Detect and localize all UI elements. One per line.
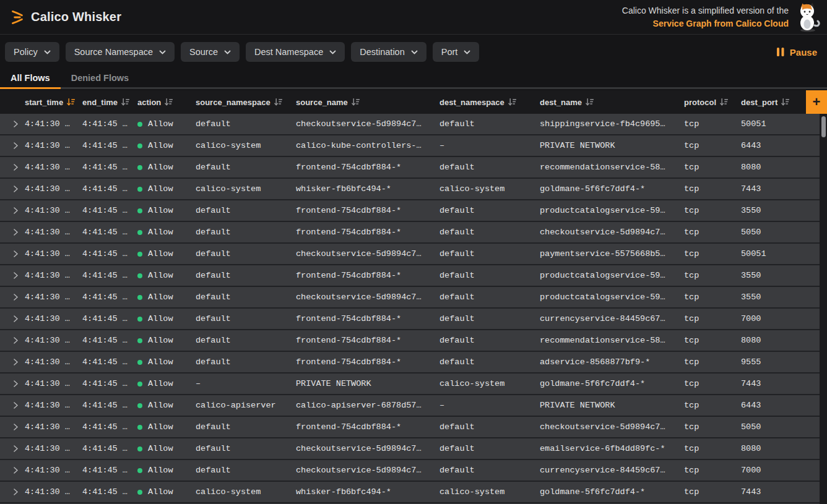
column-header-source-name[interactable]: source_name: [296, 98, 439, 107]
chevron-right-icon: [14, 424, 18, 430]
row-expander[interactable]: [10, 121, 25, 127]
table-row[interactable]: 4:41:30 …4:41:45 …Allowdefaultcheckoutse…: [0, 460, 827, 481]
table-row[interactable]: 4:41:30 …4:41:45 …Allowdefaultfrontend-7…: [0, 352, 827, 372]
filter-source-namespace[interactable]: Source Namespace: [66, 42, 175, 62]
cell-source-namespace: default: [196, 271, 296, 280]
table-row[interactable]: 4:41:30 …4:41:45 …Allowdefaultcheckoutse…: [0, 114, 827, 134]
chevron-right-icon: [14, 186, 18, 192]
column-label: protocol: [684, 98, 716, 107]
table-row[interactable]: 4:41:30 …4:41:45 …Allowdefaultfrontend-7…: [0, 222, 827, 242]
cell-action: Allow: [137, 422, 196, 432]
cell-end-time: 4:41:45 …: [82, 293, 137, 302]
row-expander[interactable]: [10, 489, 25, 495]
cell-source-name: checkoutservice-5d9894c7…: [296, 293, 439, 302]
cell-protocol: tcp: [684, 184, 741, 194]
chevron-right-icon: [14, 207, 18, 214]
cell-action: Allow: [137, 119, 196, 129]
tabs: All FlowsDenied Flows: [0, 68, 827, 89]
tab-all-flows[interactable]: All Flows: [0, 68, 61, 89]
cell-source-name: checkoutservice-5d9894c7…: [296, 249, 439, 258]
row-expander[interactable]: [10, 164, 25, 171]
row-expander[interactable]: [10, 445, 25, 452]
table-row[interactable]: 4:41:30 …4:41:45 …Allowdefaultfrontend-7…: [0, 417, 827, 437]
table-row[interactable]: 4:41:30 …4:41:45 …Allowdefaultfrontend-7…: [0, 200, 827, 221]
table-row[interactable]: 4:41:30 …4:41:45 …Allowdefaultfrontend-7…: [0, 265, 827, 286]
action-label: Allow: [148, 271, 173, 280]
cell-dest-namespace: default: [439, 228, 540, 237]
table-row[interactable]: 4:41:30 …4:41:45 …Allowdefaultcheckoutse…: [0, 438, 827, 459]
cell-source-name: frontend-754cdbf884-*: [296, 422, 439, 432]
row-expander[interactable]: [10, 186, 25, 192]
action-label: Allow: [148, 422, 173, 432]
row-expander[interactable]: [10, 467, 25, 474]
add-column-button[interactable]: +: [806, 90, 827, 114]
row-expander[interactable]: [10, 272, 25, 279]
cell-protocol: tcp: [684, 119, 741, 129]
row-expander[interactable]: [10, 315, 25, 322]
table-scrollbar[interactable]: [821, 116, 826, 137]
allow-status-dot: [137, 360, 142, 365]
column-header-start-time[interactable]: start_time: [25, 98, 82, 107]
table-row[interactable]: 4:41:30 …4:41:45 …Allow–PRIVATE NETWORKc…: [0, 374, 827, 394]
cell-end-time: 4:41:45 …: [82, 336, 137, 345]
pause-button[interactable]: Pause: [777, 47, 817, 58]
row-expander[interactable]: [10, 142, 25, 149]
row-expander[interactable]: [10, 250, 25, 257]
action-label: Allow: [148, 249, 173, 258]
cell-dest-name: checkoutservice-5d9894c7…: [540, 422, 684, 432]
table-row[interactable]: 4:41:30 …4:41:45 …Allowdefaultfrontend-7…: [0, 157, 827, 177]
cell-action: Allow: [137, 336, 196, 345]
tab-denied-flows[interactable]: Denied Flows: [61, 68, 139, 89]
column-header-end-time[interactable]: end_time: [82, 98, 137, 107]
table-row[interactable]: 4:41:30 …4:41:45 …Allowdefaultfrontend-7…: [0, 309, 827, 329]
column-header-dest-namespace[interactable]: dest_namespace: [439, 98, 540, 107]
table-row[interactable]: 4:41:30 …4:41:45 …Allowcalico-systemcali…: [0, 135, 827, 156]
row-expander[interactable]: [10, 207, 25, 214]
table-row[interactable]: 4:41:30 …4:41:45 …Allowdefaultfrontend-7…: [0, 330, 827, 351]
cell-start-time: 4:41:30 …: [25, 119, 82, 129]
cell-dest-namespace: calico-system: [439, 379, 540, 388]
column-header-source-namespace[interactable]: source_namespace: [196, 98, 296, 107]
filter-policy[interactable]: Policy: [5, 42, 59, 62]
cell-protocol: tcp: [684, 401, 741, 410]
cell-source-namespace: calico-system: [196, 184, 296, 194]
table-row[interactable]: 4:41:30 …4:41:45 …Allowcalico-systemwhis…: [0, 482, 827, 502]
cell-action: Allow: [137, 228, 196, 237]
cell-action: Allow: [137, 141, 196, 150]
pause-label: Pause: [790, 47, 817, 58]
cell-end-time: 4:41:45 …: [82, 487, 137, 497]
column-header-dest-name[interactable]: dest_name: [540, 98, 684, 107]
cell-protocol: tcp: [684, 314, 741, 323]
cell-end-time: 4:41:45 …: [82, 314, 137, 323]
row-expander[interactable]: [10, 402, 25, 409]
service-graph-link[interactable]: Service Graph from Calico Cloud: [622, 17, 789, 30]
column-header-protocol[interactable]: protocol: [684, 98, 741, 107]
table-row[interactable]: 4:41:30 …4:41:45 …Allowdefaultcheckoutse…: [0, 287, 827, 307]
row-expander[interactable]: [10, 424, 25, 430]
column-header-action[interactable]: action: [137, 98, 196, 107]
row-expander[interactable]: [10, 337, 25, 344]
cell-dest-namespace: default: [439, 271, 540, 280]
allow-status-dot: [137, 382, 142, 387]
row-expander[interactable]: [10, 294, 25, 301]
action-label: Allow: [148, 119, 173, 129]
column-header-dest-port[interactable]: dest_port: [741, 98, 806, 107]
action-label: Allow: [148, 487, 173, 497]
cell-start-time: 4:41:30 …: [25, 336, 82, 345]
row-expander[interactable]: [10, 380, 25, 387]
table-row[interactable]: 4:41:30 …4:41:45 …Allowdefaultcheckoutse…: [0, 244, 827, 264]
cell-source-namespace: calico-apiserver: [196, 401, 296, 410]
cell-start-time: 4:41:30 …: [25, 357, 82, 367]
cell-dest-port: 50051: [741, 119, 806, 129]
filter-dest-namespace[interactable]: Dest Namespace: [246, 42, 345, 62]
cell-action: Allow: [137, 314, 196, 323]
filter-source[interactable]: Source: [181, 42, 240, 62]
filter-destination[interactable]: Destination: [351, 42, 426, 62]
table-row[interactable]: 4:41:30 …4:41:45 …Allowcalico-systemwhis…: [0, 179, 827, 199]
cell-dest-namespace: default: [439, 163, 540, 172]
row-expander[interactable]: [10, 359, 25, 365]
filter-port[interactable]: Port: [433, 42, 480, 62]
table-row[interactable]: 4:41:30 …4:41:45 …Allowcalico-apiserverc…: [0, 395, 827, 416]
cell-dest-port: 50051: [741, 249, 806, 258]
row-expander[interactable]: [10, 229, 25, 236]
